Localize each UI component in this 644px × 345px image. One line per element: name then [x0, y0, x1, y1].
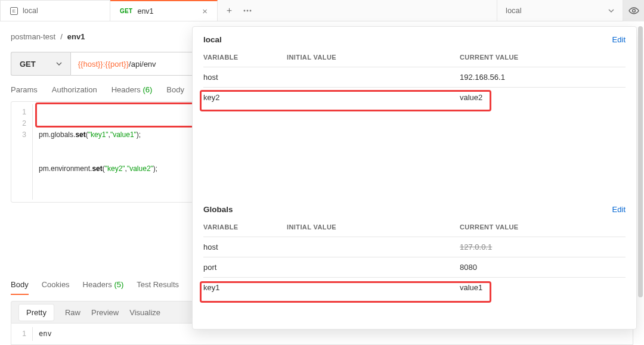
- env-icon: E: [10, 7, 18, 15]
- var-cur: 127.0.0.1: [460, 237, 626, 257]
- url-var: {{host}}:{{port}}: [78, 60, 129, 69]
- new-tab-button[interactable]: ＋: [225, 5, 234, 16]
- var-init: [287, 67, 460, 87]
- highlight-box: [200, 90, 491, 111]
- var-cur: 192.168.56.1: [460, 67, 626, 87]
- col-current: CURRENT VALUE: [460, 48, 626, 67]
- col-initial: INITIAL VALUE: [287, 217, 460, 237]
- var-cur: 8080: [460, 257, 626, 277]
- resp-code[interactable]: env: [33, 327, 58, 341]
- var-name: host: [203, 237, 287, 257]
- subtab-headers-count: (6): [143, 85, 152, 94]
- var-name: host: [203, 67, 287, 87]
- method-label: GET: [20, 60, 36, 69]
- var-init: [287, 257, 460, 277]
- edit-button[interactable]: Edit: [612, 205, 626, 214]
- tab-label: local: [23, 7, 38, 15]
- subtab-body[interactable]: Body: [166, 85, 184, 94]
- lineno: 1: [11, 328, 26, 340]
- col-current: CURRENT VALUE: [460, 217, 626, 237]
- resp-tab-headers[interactable]: Headers (5): [83, 280, 124, 295]
- resp-tab-tests[interactable]: Test Results: [137, 280, 179, 295]
- col-variable: VARIABLE: [203, 48, 287, 67]
- breadcrumb-request: env1: [67, 32, 85, 41]
- section-title: local: [203, 35, 626, 44]
- section-title: Globals: [203, 205, 626, 214]
- editor-gutter: 1 2 3: [11, 104, 33, 200]
- highlight-box: [200, 281, 491, 303]
- svg-point-2: [250, 10, 252, 11]
- chevron-down-icon: [56, 62, 62, 66]
- var-init: [287, 237, 460, 257]
- col-variable: VARIABLE: [203, 217, 287, 237]
- svg-point-1: [247, 10, 249, 11]
- resp-tab-body[interactable]: Body: [11, 280, 29, 295]
- breadcrumb-sep: /: [60, 32, 63, 41]
- subtab-headers-label: Headers: [112, 85, 141, 94]
- close-icon[interactable]: ×: [202, 6, 208, 16]
- resp-view-raw[interactable]: Raw: [65, 308, 80, 317]
- method-dropdown[interactable]: GET: [11, 52, 70, 76]
- resp-view-pretty[interactable]: Pretty: [18, 304, 54, 321]
- breadcrumb-collection[interactable]: postman-test: [11, 32, 55, 41]
- env-quicklook-button[interactable]: [623, 0, 644, 21]
- tab-more-button[interactable]: [243, 10, 252, 12]
- env-selector: local: [497, 0, 644, 21]
- resp-gutter: 1: [11, 327, 33, 341]
- tab-label: env1: [137, 7, 153, 15]
- tab-request[interactable]: GET env1 ×: [110, 0, 218, 21]
- subtab-params[interactable]: Params: [11, 85, 38, 94]
- tab-environment[interactable]: E local: [0, 0, 110, 21]
- tab-method: GET: [120, 8, 132, 14]
- section-globals: Globals Edit VARIABLE INITIAL VALUE CURR…: [203, 205, 626, 297]
- tab-bar: E local GET env1 × ＋ local: [0, 0, 644, 21]
- url-path: /api/env: [129, 60, 156, 69]
- resp-view-visualize[interactable]: Visualize: [129, 308, 160, 317]
- var-name: port: [203, 257, 287, 277]
- col-initial: INITIAL VALUE: [287, 48, 460, 67]
- subtab-headers[interactable]: Headers (6): [112, 85, 153, 94]
- env-quicklook-panel: local Edit VARIABLE INITIAL VALUE CURREN…: [192, 26, 637, 330]
- scrollbar[interactable]: [638, 26, 643, 297]
- lineno: 2: [11, 118, 26, 129]
- subtab-auth[interactable]: Authorization: [52, 85, 97, 94]
- env-dropdown-label: local: [506, 6, 522, 15]
- svg-point-0: [244, 10, 246, 11]
- edit-button[interactable]: Edit: [612, 35, 626, 44]
- chevron-down-icon: [608, 9, 614, 13]
- resp-tab-headers-label: Headers: [83, 280, 112, 289]
- tab-bar-tools: ＋ local: [218, 0, 644, 21]
- lineno: 3: [11, 129, 26, 141]
- resp-tab-cookies[interactable]: Cookies: [42, 280, 70, 295]
- resp-tab-headers-count: (5): [114, 280, 123, 289]
- lineno: 1: [11, 107, 26, 118]
- env-dropdown[interactable]: local: [497, 0, 623, 21]
- svg-point-3: [632, 9, 635, 12]
- section-local: local Edit VARIABLE INITIAL VALUE CURREN…: [203, 35, 626, 107]
- highlight-box: [35, 102, 199, 128]
- resp-view-preview[interactable]: Preview: [91, 308, 119, 317]
